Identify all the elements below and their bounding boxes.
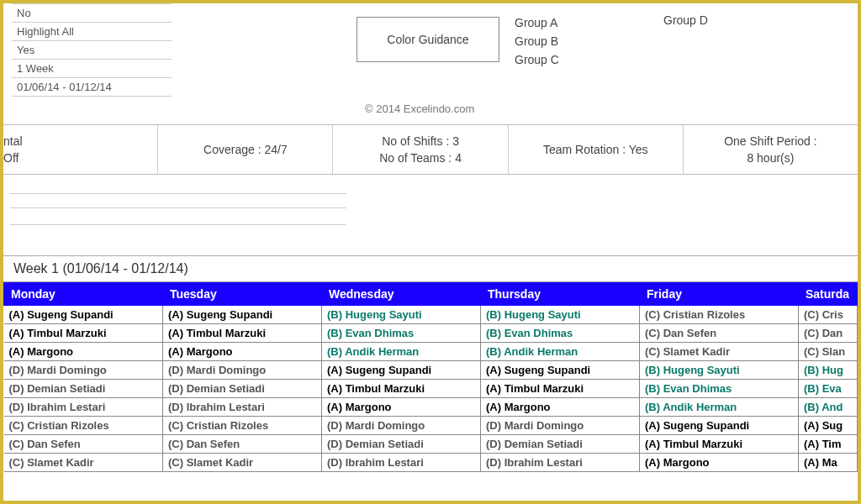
table-row: (A) Timbul Marzuki(A) Timbul Marzuki(B) … — [4, 324, 858, 343]
coverage-value: Coverage : 24/7 — [203, 141, 288, 158]
info-segment-rotation: Team Rotation : Yes — [509, 125, 684, 174]
info-segment-left: ntal Off — [3, 125, 158, 174]
schedule-cell: (D) Ibrahim Lestari — [321, 454, 480, 472]
schedule-cell: (D) Demian Setiadi — [4, 380, 163, 398]
group-legend-col2: Group D — [663, 13, 708, 27]
schedule-cell: (A) Sugeng Supandi — [639, 417, 798, 435]
table-row: (D) Mardi Domingo(D) Mardi Domingo(A) Su… — [4, 361, 858, 380]
schedule-cell: (B) Hug — [798, 361, 857, 380]
schedule-cell: (D) Ibrahim Lestari — [4, 398, 163, 417]
shifts-value: No of Shifts : 3 — [382, 133, 459, 150]
schedule-cell: (C) Slamet Kadir — [4, 454, 163, 472]
info-segment-shifts: No of Shifts : 3 No of Teams : 4 — [333, 125, 508, 174]
table-row: (C) Dan Sefen(C) Dan Sefen(D) Demian Set… — [4, 435, 858, 454]
schedule-cell: (D) Ibrahim Lestari — [480, 454, 639, 472]
schedule-cell: (A) Margono — [162, 343, 321, 361]
schedule-cell: (B) Evan Dhimas — [639, 380, 798, 398]
schedule-cell: (D) Mardi Domingo — [321, 417, 480, 435]
header-tuesday: Tuesday — [162, 283, 321, 306]
copyright-text: © 2014 Excelindo.com — [365, 102, 474, 115]
header-saturday: Saturda — [798, 283, 857, 306]
week-block: Week 1 (01/06/14 - 01/12/14) Monday Tues… — [3, 255, 858, 472]
table-row: (D) Ibrahim Lestari(D) Ibrahim Lestari(A… — [4, 398, 858, 417]
table-row: (C) Cristian Rizoles(C) Cristian Rizoles… — [4, 417, 858, 435]
teams-value: No of Teams : 4 — [379, 150, 462, 166]
info-left-1: ntal — [3, 133, 23, 150]
schedule-cell: (B) And — [798, 398, 857, 417]
schedule-cell: (A) Timbul Marzuki — [162, 324, 321, 343]
info-segment-coverage: Coverage : 24/7 — [158, 125, 333, 174]
schedule-cell: (D) Demian Setiadi — [480, 435, 639, 454]
summary-info-bar: ntal Off Coverage : 24/7 No of Shifts : … — [3, 124, 858, 175]
info-left-2: Off — [3, 150, 18, 166]
schedule-cell: (B) Evan Dhimas — [321, 324, 480, 343]
schedule-cell: (B) Andik Herman — [480, 343, 639, 361]
option-row[interactable]: 1 Week — [12, 60, 172, 78]
schedule-cell: (A) Margono — [639, 454, 798, 472]
schedule-cell: (C) Dan — [798, 324, 857, 343]
schedule-cell: (C) Cristian Rizoles — [639, 306, 798, 324]
schedule-cell: (A) Sugeng Supandi — [480, 361, 639, 380]
schedule-cell: (A) Timbul Marzuki — [4, 324, 163, 343]
schedule-cell: (A) Timbul Marzuki — [480, 380, 639, 398]
schedule-cell: (D) Demian Setiadi — [321, 435, 480, 454]
period-label: One Shift Period : — [724, 133, 817, 150]
group-b-label: Group B — [515, 32, 559, 50]
schedule-cell: (A) Margono — [480, 398, 639, 417]
header-thursday: Thursday — [480, 283, 639, 306]
schedule-cell: (C) Dan Sefen — [639, 324, 798, 343]
schedule-cell: (B) Eva — [798, 380, 857, 398]
table-row: (A) Margono(A) Margono(B) Andik Herman(B… — [4, 343, 858, 361]
table-row: (D) Demian Setiadi(D) Demian Setiadi(A) … — [4, 380, 858, 398]
schedule-cell: (C) Cristian Rizoles — [4, 417, 163, 435]
schedule-cell: (C) Dan Sefen — [162, 435, 321, 454]
schedule-cell: (D) Mardi Domingo — [4, 361, 163, 380]
schedule-cell: (C) Cris — [798, 306, 857, 324]
table-row: (A) Sugeng Supandi(A) Sugeng Supandi(B) … — [4, 306, 858, 324]
info-segment-period: One Shift Period : 8 hour(s) — [684, 125, 858, 174]
options-panel: No Highlight All Yes 1 Week 01/06/14 - 0… — [12, 3, 172, 97]
header-monday: Monday — [4, 283, 163, 306]
schedule-cell: (D) Ibrahim Lestari — [162, 398, 321, 417]
schedule-cell: (A) Ma — [798, 454, 857, 472]
table-row: (C) Slamet Kadir(C) Slamet Kadir(D) Ibra… — [4, 454, 858, 472]
rotation-value: Team Rotation : Yes — [543, 141, 648, 158]
schedule-cell: (C) Slamet Kadir — [639, 343, 798, 361]
spacer-section — [3, 193, 858, 225]
schedule-cell: (A) Sugeng Supandi — [162, 306, 321, 324]
schedule-cell: (D) Demian Setiadi — [162, 380, 321, 398]
schedule-cell: (D) Mardi Domingo — [480, 417, 639, 435]
schedule-cell: (A) Sugeng Supandi — [4, 306, 163, 324]
schedule-cell: (B) Andik Herman — [639, 398, 798, 417]
period-value: 8 hour(s) — [747, 150, 794, 166]
schedule-cell: (A) Margono — [4, 343, 163, 361]
schedule-cell: (A) Margono — [321, 398, 480, 417]
schedule-cell: (B) Hugeng Sayuti — [321, 306, 480, 324]
schedule-cell: (A) Tim — [798, 435, 857, 454]
group-a-label: Group A — [515, 13, 559, 32]
option-row[interactable]: Highlight All — [12, 23, 172, 41]
option-row[interactable]: Yes — [12, 41, 172, 60]
schedule-cell: (B) Evan Dhimas — [480, 324, 639, 343]
option-row[interactable]: 01/06/14 - 01/12/14 — [12, 78, 172, 97]
schedule-cell: (D) Mardi Domingo — [162, 361, 321, 380]
header-friday: Friday — [639, 283, 798, 306]
schedule-cell: (B) Hugeng Sayuti — [480, 306, 639, 324]
schedule-cell: (C) Cristian Rizoles — [162, 417, 321, 435]
color-guidance-box: Color Guidance — [357, 17, 499, 62]
top-section: No Highlight All Yes 1 Week 01/06/14 - 0… — [3, 3, 858, 121]
group-d-label: Group D — [663, 13, 708, 27]
schedule-cell: (A) Timbul Marzuki — [639, 435, 798, 454]
schedule-cell: (B) Andik Herman — [321, 343, 480, 361]
schedule-cell: (C) Slamet Kadir — [162, 454, 321, 472]
week-title: Week 1 (01/06/14 - 01/12/14) — [3, 255, 858, 282]
schedule-cell: (A) Sugeng Supandi — [321, 361, 480, 380]
schedule-cell: (B) Hugeng Sayuti — [639, 361, 798, 380]
group-c-label: Group C — [515, 50, 559, 69]
schedule-cell: (C) Slan — [798, 343, 857, 361]
schedule-table: Monday Tuesday Wednesday Thursday Friday… — [3, 282, 858, 472]
spacer-line — [10, 210, 346, 225]
option-row[interactable]: No — [12, 4, 172, 23]
header-wednesday: Wednesday — [321, 283, 480, 306]
group-legend-col1: Group A Group B Group C — [515, 13, 559, 69]
